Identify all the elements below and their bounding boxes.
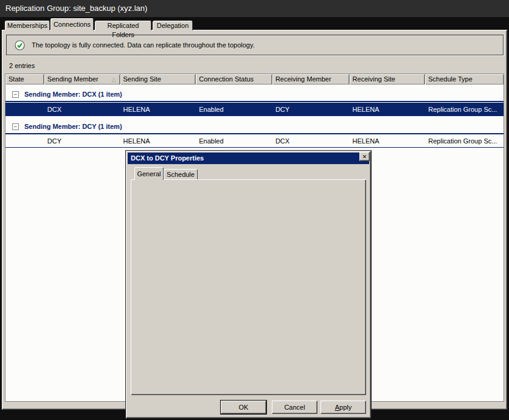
tab-delegation[interactable]: Delegation bbox=[153, 21, 193, 30]
group-label: Sending Member: DCY (1 item) bbox=[24, 120, 122, 133]
topology-status-banner: The topology is fully connected. Data ca… bbox=[6, 35, 504, 55]
cell-receiving-member: DCY bbox=[272, 103, 350, 115]
topology-status-text: The topology is fully connected. Data ca… bbox=[32, 35, 255, 55]
column-header-sending-site[interactable]: Sending Site bbox=[120, 74, 196, 84]
collapse-minus-icon[interactable]: − bbox=[12, 123, 19, 130]
column-header-state[interactable]: State bbox=[5, 74, 44, 84]
column-header-schedule-type[interactable]: Schedule Type bbox=[425, 74, 504, 84]
apply-button[interactable]: Apply bbox=[320, 401, 366, 414]
group-row-dcy[interactable]: − Sending Member: DCY (1 item) bbox=[5, 120, 504, 133]
collapse-minus-icon[interactable]: − bbox=[12, 91, 19, 98]
group-row-dcx[interactable]: − Sending Member: DCX (1 item) bbox=[5, 88, 504, 101]
tab-memberships[interactable]: Memberships bbox=[5, 21, 50, 30]
cell-schedule-type: Replication Group Sc... bbox=[425, 136, 504, 147]
ok-button[interactable]: OK bbox=[221, 401, 266, 414]
cell-state bbox=[5, 103, 44, 115]
application-window: Replication Group: site_backup (xyz.lan)… bbox=[0, 0, 509, 420]
column-header-label: Sending Member bbox=[47, 75, 99, 83]
column-header-receiving-site[interactable]: Receiving Site bbox=[350, 74, 426, 84]
properties-dialog: DCX to DCY Properties ✕ General Schedule… bbox=[126, 151, 371, 418]
tab-replicated-folders[interactable]: Replicated Folders bbox=[95, 21, 151, 30]
column-header-receiving-member[interactable]: Receiving Member bbox=[272, 74, 350, 84]
check-circle-icon bbox=[15, 40, 25, 50]
entries-count: 2 entries bbox=[9, 62, 35, 69]
table-row[interactable]: DCX HELENA Enabled DCY HELENA Replicatio… bbox=[5, 103, 504, 116]
cell-sending-member: DCX bbox=[44, 103, 120, 115]
general-tab-page bbox=[131, 179, 366, 395]
cell-sending-site: HELENA bbox=[120, 103, 196, 115]
cell-connection-status: Enabled bbox=[196, 136, 272, 147]
dialog-tab-general[interactable]: General bbox=[134, 167, 164, 180]
sort-ascending-icon: △ bbox=[112, 75, 116, 84]
group-label: Sending Member: DCX (1 item) bbox=[24, 88, 122, 101]
group-divider bbox=[5, 101, 504, 102]
dialog-tab-schedule[interactable]: Schedule bbox=[164, 169, 198, 180]
cell-state bbox=[5, 136, 44, 147]
table-header-row: State Sending Member △ Sending Site Conn… bbox=[5, 74, 504, 84]
column-header-connection-status[interactable]: Connection Status bbox=[196, 74, 272, 84]
cell-receiving-site: HELENA bbox=[350, 103, 426, 115]
close-icon[interactable]: ✕ bbox=[359, 152, 370, 161]
cell-sending-member: DCY bbox=[44, 136, 120, 147]
dialog-title: DCX to DCY Properties bbox=[128, 153, 369, 164]
table-row[interactable]: DCY HELENA Enabled DCX HELENA Replicatio… bbox=[5, 136, 504, 148]
mnemonic: A bbox=[335, 404, 339, 411]
group-divider bbox=[5, 133, 504, 134]
cell-sending-site: HELENA bbox=[120, 136, 196, 147]
cell-receiving-site: HELENA bbox=[350, 136, 426, 147]
cell-receiving-member: DCX bbox=[272, 136, 350, 147]
cell-schedule-type: Replication Group Sc... bbox=[425, 103, 504, 115]
column-header-sending-member[interactable]: Sending Member △ bbox=[44, 74, 120, 84]
cancel-button[interactable]: Cancel bbox=[272, 401, 317, 414]
window-title: Replication Group: site_backup (xyz.lan) bbox=[0, 0, 509, 17]
cell-connection-status: Enabled bbox=[196, 103, 272, 115]
label-text: pply bbox=[339, 404, 351, 411]
tab-connections[interactable]: Connections bbox=[50, 18, 94, 30]
